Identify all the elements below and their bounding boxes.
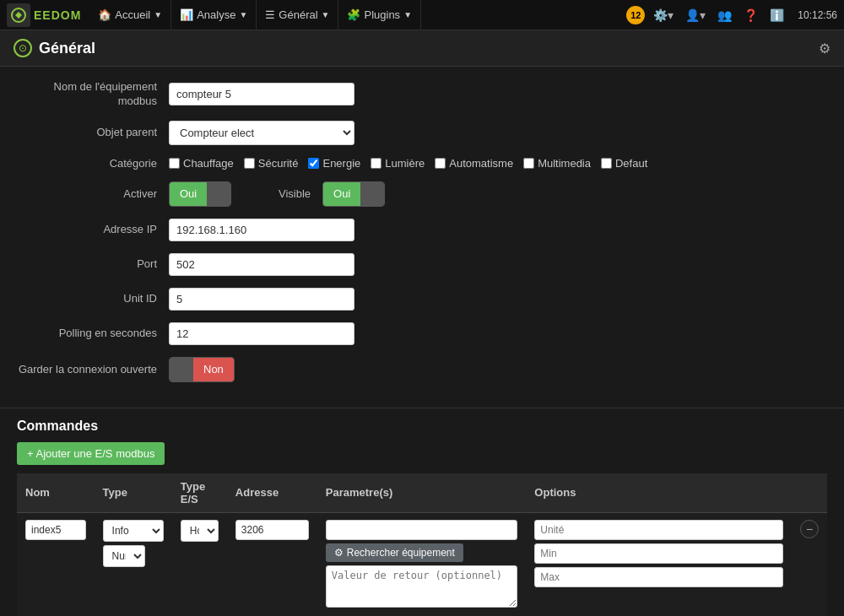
cat-securite[interactable]: Sécurité <box>244 157 299 170</box>
activer-off-btn[interactable] <box>207 182 230 206</box>
row-type-select[interactable]: Info Action <box>103 520 164 542</box>
visible-label: Visible <box>279 187 322 200</box>
list-icon: ☰ <box>265 8 275 21</box>
cat-lumiere[interactable]: Lumière <box>371 157 425 170</box>
cat-lumiere-cb[interactable] <box>371 158 381 169</box>
options-cell <box>526 512 792 616</box>
adresse-ip-group: Adresse IP <box>17 219 827 241</box>
objet-parent-select[interactable]: Compteur elect <box>169 121 354 145</box>
user-icon[interactable]: 👤▾ <box>682 8 709 22</box>
polling-label: Polling en secondes <box>17 327 169 341</box>
col-type: Type <box>95 473 172 513</box>
nom-label: Nom de l'équipement modbus <box>17 80 169 109</box>
activer-oui-btn[interactable]: Oui <box>170 182 207 206</box>
nav-general[interactable]: ☰ Général ▼ <box>257 0 338 30</box>
param-textarea[interactable] <box>326 565 518 608</box>
activer-toggle[interactable]: Oui <box>169 181 231 207</box>
col-options: Options <box>526 473 792 513</box>
info-icon[interactable]: ℹ️ <box>766 8 787 22</box>
table-body: Info Action Numérique Binaire Autre Hold… <box>17 512 827 616</box>
back-circle[interactable]: ⊙ <box>14 39 32 57</box>
visible-toggle[interactable]: Oui <box>322 181 385 207</box>
param-main-input[interactable] <box>326 520 518 540</box>
navbar: EEDOM 🏠 Accueil ▼ 📊 Analyse ▼ ☰ Général … <box>0 0 844 30</box>
adresse-ip-input[interactable] <box>169 219 354 241</box>
cat-items: Chauffage Sécurité Energie Lumière Autom… <box>169 157 647 170</box>
row-sous-type-select[interactable]: Numérique Binaire Autre <box>103 545 146 567</box>
cat-automatisme[interactable]: Automatisme <box>435 157 513 170</box>
opt-min-input[interactable] <box>534 543 783 564</box>
cat-energie-cb[interactable] <box>308 158 319 169</box>
garder-row: Garder la connexion ouverte Non <box>17 357 827 382</box>
unit-id-input[interactable] <box>169 288 354 311</box>
cat-chauffage[interactable]: Chauffage <box>169 157 234 170</box>
chart-icon: 📊 <box>180 8 193 21</box>
polling-input[interactable] <box>169 322 354 345</box>
opt-unite-input[interactable] <box>534 520 783 540</box>
puzzle-icon: 🧩 <box>347 8 360 21</box>
cat-energie[interactable]: Energie <box>308 157 360 170</box>
col-nom: Nom <box>17 473 95 513</box>
analyse-arrow: ▼ <box>239 10 247 19</box>
nav-analyse[interactable]: 📊 Analyse ▼ <box>171 0 257 30</box>
remove-row-button[interactable]: − <box>800 520 819 538</box>
row-type-es-select[interactable]: Holding Coil Input Discrete <box>181 520 219 542</box>
polling-group: Polling en secondes <box>17 322 827 345</box>
table-row: Info Action Numérique Binaire Autre Hold… <box>17 512 827 616</box>
parametres-cell: ⚙ Rechercher équipement <box>317 512 527 616</box>
categorie-label: Catégorie <box>17 157 169 170</box>
question-icon[interactable]: ❓ <box>740 8 761 22</box>
activer-visible-row: Activer Oui Visible Oui <box>17 181 827 207</box>
settings-icon[interactable]: ⚙️▾ <box>650 8 677 22</box>
visible-oui-btn[interactable]: Oui <box>323 182 360 206</box>
type-cell: Info Action Numérique Binaire Autre <box>95 512 172 616</box>
col-type-es: Type E/S <box>172 473 227 513</box>
visible-off-btn[interactable] <box>360 182 384 206</box>
commandes-title: Commandes <box>17 419 827 434</box>
garder-toggle[interactable]: Non <box>169 357 235 382</box>
cat-chauffage-cb[interactable] <box>169 158 180 169</box>
cat-defaut-cb[interactable] <box>601 158 612 169</box>
row-adresse-input[interactable] <box>235 520 309 540</box>
garder-off-btn[interactable] <box>170 358 193 381</box>
nav-items: 🏠 Accueil ▼ 📊 Analyse ▼ ☰ Général ▼ 🧩 Pl… <box>89 0 626 30</box>
home-icon: 🏠 <box>98 8 111 21</box>
users-icon[interactable]: 👥 <box>714 8 735 22</box>
add-es-button[interactable]: + Ajouter une E/S modbus <box>17 442 165 465</box>
objet-parent-label: Objet parent <box>17 126 169 140</box>
page-title: Général <box>39 40 95 57</box>
row-nom-input[interactable] <box>25 520 86 540</box>
activer-label: Activer <box>17 187 169 200</box>
col-adresse: Adresse <box>227 473 317 513</box>
cat-securite-cb[interactable] <box>244 158 255 169</box>
type-es-cell: Holding Coil Input Discrete <box>172 512 227 616</box>
unit-id-label: Unit ID <box>17 292 169 306</box>
search-icon: ⚙ <box>334 547 344 559</box>
page-title-wrap: ⊙ Général <box>14 39 95 57</box>
remove-cell: − <box>792 512 827 616</box>
garder-label: Garder la connexion ouverte <box>17 363 169 376</box>
nav-right: 12 ⚙️▾ 👤▾ 👥 ❓ ℹ️ 10:12:56 <box>626 6 837 24</box>
port-input[interactable] <box>169 253 354 276</box>
opt-max-input[interactable] <box>534 567 783 587</box>
objet-parent-group: Objet parent Compteur elect <box>17 121 827 145</box>
form-area: Nom de l'équipement modbus Objet parent … <box>0 67 844 408</box>
page-settings-icon[interactable]: ⚙ <box>819 41 830 57</box>
categorie-row: Catégorie Chauffage Sécurité Energie Lum… <box>17 157 827 170</box>
plugins-arrow: ▼ <box>403 10 412 19</box>
cat-multimedia-cb[interactable] <box>523 158 534 169</box>
cat-multimedia[interactable]: Multimedia <box>523 157 591 170</box>
visible-left: Visible Oui <box>279 181 385 207</box>
cat-defaut[interactable]: Defaut <box>601 157 647 170</box>
port-label: Port <box>17 257 169 272</box>
brand[interactable]: EEDOM <box>7 3 81 27</box>
garder-non-btn[interactable]: Non <box>193 358 234 381</box>
nom-input[interactable] <box>169 83 354 105</box>
commandes-table: Nom Type Type E/S Adresse Parametre(s) O… <box>17 473 827 616</box>
nav-plugins[interactable]: 🧩 Plugins ▼ <box>338 0 421 30</box>
notification-badge[interactable]: 12 <box>626 6 645 24</box>
brand-name: EEDOM <box>34 8 81 22</box>
rechercher-button[interactable]: ⚙ Rechercher équipement <box>326 543 463 562</box>
cat-automatisme-cb[interactable] <box>435 158 446 169</box>
nav-accueil[interactable]: 🏠 Accueil ▼ <box>89 0 171 30</box>
